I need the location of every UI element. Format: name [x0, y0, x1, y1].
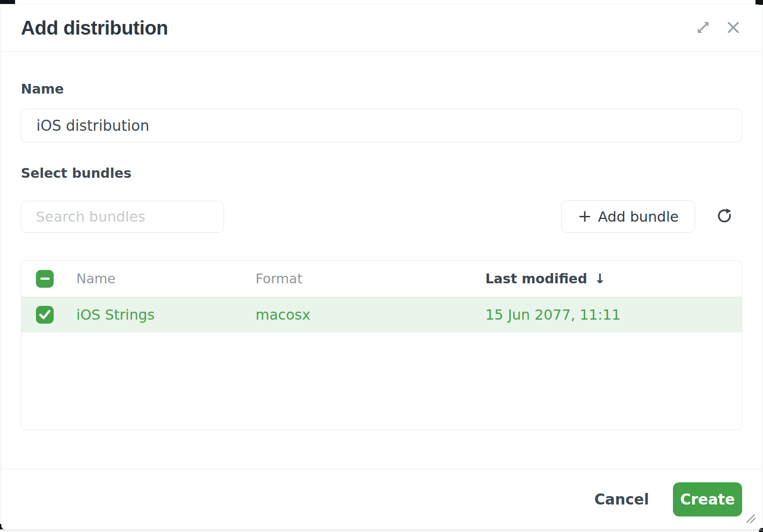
name-input[interactable] [21, 109, 742, 142]
column-header-last-modified[interactable]: Last modified ↓ [485, 271, 742, 286]
bundle-last-modified: 15 Jun 2077, 11:11 [485, 306, 742, 323]
bundle-name: iOS Strings [76, 306, 256, 323]
table-header-row: Name Format Last modified ↓ [21, 261, 742, 297]
table-row[interactable]: iOS Strings macosx 15 Jun 2077, 11:11 [21, 297, 742, 332]
bundles-toolbar: + Add bundle [21, 200, 742, 233]
refresh-icon [716, 207, 733, 226]
sort-desc-icon: ↓ [594, 271, 606, 286]
name-label: Name [21, 81, 742, 97]
dialog-footer: Cancel Create [1, 469, 762, 530]
add-distribution-dialog: Add distribution [1, 4, 762, 530]
backdrop-edge [0, 530, 763, 530]
header-actions [694, 19, 742, 37]
close-icon [725, 19, 742, 37]
cancel-button[interactable]: Cancel [594, 491, 649, 508]
backdrop-artifact [0, 0, 15, 4]
create-button[interactable]: Create [673, 482, 742, 516]
close-button[interactable] [724, 19, 742, 37]
column-header-name[interactable]: Name [76, 271, 256, 286]
select-bundles-label: Select bundles [21, 165, 742, 181]
column-header-label: Last modified [485, 271, 587, 286]
column-header-format[interactable]: Format [256, 271, 485, 286]
plus-icon: + [578, 207, 592, 224]
resize-handle-icon[interactable] [745, 513, 756, 525]
indeterminate-icon [40, 278, 50, 280]
expand-button[interactable] [694, 19, 712, 37]
dialog-body: Name Select bundles + Add bundle [1, 52, 762, 469]
add-bundle-button[interactable]: + Add bundle [561, 200, 695, 233]
checkmark-icon [36, 305, 54, 325]
dialog-header: Add distribution [1, 4, 762, 52]
add-bundle-label: Add bundle [598, 208, 679, 225]
search-input[interactable] [21, 201, 224, 233]
page-title: Add distribution [21, 17, 168, 39]
refresh-button[interactable] [716, 208, 733, 226]
expand-diagonal-icon [695, 19, 712, 37]
bundles-table: Name Format Last modified ↓ [21, 260, 742, 430]
row-checkbox[interactable] [36, 306, 54, 324]
bundles-toolbar-actions: + Add bundle [561, 200, 733, 233]
select-all-checkbox[interactable] [36, 270, 54, 288]
bundle-format: macosx [256, 306, 485, 323]
